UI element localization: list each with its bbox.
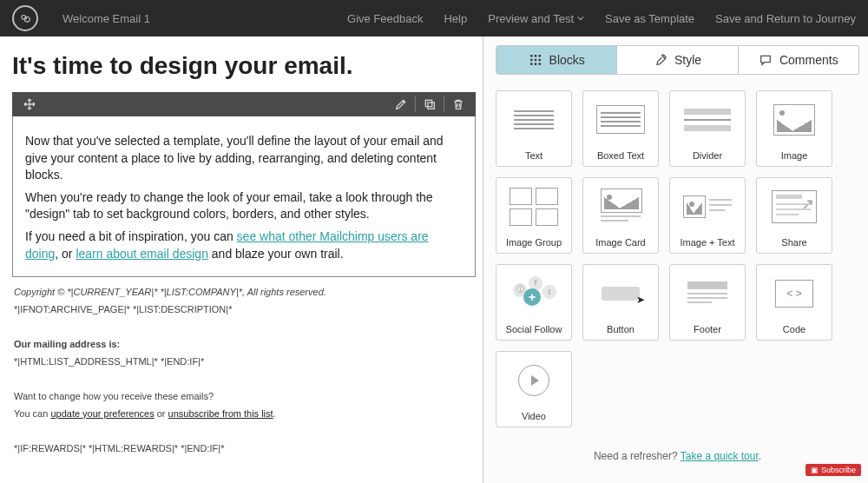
topbar-left: Welcome Email 1 bbox=[12, 5, 150, 31]
tab-style[interactable]: Style bbox=[616, 46, 737, 74]
blocks-grid: Text Boxed Text Divider Image Image Grou… bbox=[496, 90, 859, 427]
svg-point-2 bbox=[26, 17, 27, 18]
refresher-text: Need a refresher? Take a quick tour. bbox=[496, 450, 859, 462]
text: and blaze your own trail. bbox=[208, 247, 344, 261]
tab-comments-label: Comments bbox=[779, 53, 838, 67]
bell-icon: ▣ bbox=[811, 466, 819, 474]
save-return-link[interactable]: Save and Return to Journey bbox=[715, 12, 856, 25]
svg-point-8 bbox=[530, 59, 533, 62]
tab-blocks[interactable]: Blocks bbox=[496, 46, 616, 74]
block-label: Image Group bbox=[506, 235, 562, 253]
block-image-group[interactable]: Image Group bbox=[496, 177, 572, 254]
subscribe-badge[interactable]: ▣ Subscribe bbox=[806, 464, 861, 476]
topbar: Welcome Email 1 Give Feedback Help Previ… bbox=[0, 0, 868, 36]
panel-tabs: Blocks Style Comments bbox=[496, 45, 859, 75]
svg-point-5 bbox=[530, 55, 533, 57]
block-video[interactable]: Video bbox=[496, 351, 572, 427]
share-icon: ↗ bbox=[757, 178, 832, 235]
footer-block[interactable]: Copyright © *|CURRENT_YEAR|* *|LIST:COMP… bbox=[12, 277, 476, 464]
help-link[interactable]: Help bbox=[444, 12, 467, 25]
button-icon: ➤ bbox=[583, 265, 658, 321]
mailchimp-logo[interactable] bbox=[12, 5, 38, 31]
block-text[interactable]: Text bbox=[496, 90, 572, 167]
social-follow-icon: ⓘft+ bbox=[496, 265, 571, 321]
image-text-icon bbox=[670, 178, 745, 235]
block-button[interactable]: ➤ Button bbox=[582, 264, 659, 341]
block-label: Image bbox=[781, 148, 808, 166]
main: It's time to design your email. bbox=[0, 36, 868, 483]
block-label: Divider bbox=[693, 148, 722, 166]
selected-text-block[interactable]: Now that you've selected a template, you… bbox=[12, 92, 476, 277]
paragraph-2: When you're ready to change the look of … bbox=[25, 189, 463, 223]
preview-test-menu[interactable]: Preview and Test bbox=[488, 12, 584, 25]
text: You can bbox=[14, 408, 50, 419]
quick-tour-link[interactable]: Take a quick tour bbox=[681, 450, 759, 462]
text-icon bbox=[496, 91, 571, 148]
comment-icon bbox=[759, 53, 773, 67]
tab-blocks-label: Blocks bbox=[549, 53, 585, 67]
block-toolbar bbox=[12, 92, 476, 116]
change-prefs-line: Want to change how you receive these ema… bbox=[14, 390, 474, 404]
block-code[interactable]: < > Code bbox=[756, 264, 832, 341]
address-merge: *|HTML:LIST_ADDRESS_HTML|* *|END:IF|* bbox=[14, 355, 474, 369]
copyright-line: Copyright © *|CURRENT_YEAR|* *|LIST:COMP… bbox=[14, 286, 474, 300]
block-social-follow[interactable]: ⓘft+ Social Follow bbox=[496, 264, 572, 341]
unsubscribe-link[interactable]: unsubscribe from this list bbox=[168, 408, 273, 419]
block-label: Image + Text bbox=[680, 235, 734, 253]
duplicate-button[interactable] bbox=[418, 92, 442, 116]
update-preferences-link[interactable]: update your preferences bbox=[50, 408, 154, 419]
text: If you need a bit of inspiration, you ca… bbox=[25, 229, 237, 243]
chevron-down-icon bbox=[577, 15, 584, 22]
svg-point-7 bbox=[538, 55, 541, 57]
sidebar-panel: Blocks Style Comments Text Boxed Text bbox=[483, 36, 868, 483]
text: . bbox=[273, 408, 276, 419]
address-label: Our mailing address is: bbox=[14, 338, 474, 352]
boxed-text-icon bbox=[583, 91, 658, 148]
text: , or bbox=[55, 247, 76, 261]
tab-style-label: Style bbox=[674, 53, 701, 67]
block-boxed-text[interactable]: Boxed Text bbox=[582, 90, 659, 167]
block-divider[interactable]: Divider bbox=[669, 90, 746, 167]
email-canvas: It's time to design your email. bbox=[0, 36, 483, 483]
edit-button[interactable] bbox=[389, 92, 413, 116]
text: or bbox=[155, 408, 168, 419]
block-label: Share bbox=[781, 235, 806, 253]
video-icon bbox=[496, 352, 571, 408]
tab-comments[interactable]: Comments bbox=[738, 46, 858, 74]
footer-icon bbox=[670, 265, 745, 321]
block-footer[interactable]: Footer bbox=[669, 264, 746, 341]
text: Need a refresher? bbox=[594, 450, 681, 462]
separator bbox=[444, 96, 444, 112]
svg-point-13 bbox=[538, 63, 541, 65]
campaign-title[interactable]: Welcome Email 1 bbox=[62, 12, 150, 25]
block-image-text[interactable]: Image + Text bbox=[669, 177, 746, 254]
svg-rect-3 bbox=[425, 100, 431, 106]
block-label: Boxed Text bbox=[597, 148, 644, 166]
block-label: Code bbox=[783, 321, 806, 340]
block-content[interactable]: Now that you've selected a template, you… bbox=[25, 102, 463, 262]
email-heading[interactable]: It's time to design your email. bbox=[12, 52, 476, 80]
block-label: Footer bbox=[694, 321, 721, 340]
delete-button[interactable] bbox=[446, 92, 470, 116]
svg-point-6 bbox=[534, 55, 536, 57]
image-group-icon bbox=[496, 178, 571, 235]
subscribe-label: Subscribe bbox=[821, 466, 856, 474]
image-card-icon bbox=[583, 178, 658, 235]
topbar-right: Give Feedback Help Preview and Test Save… bbox=[347, 12, 856, 25]
save-template-link[interactable]: Save as Template bbox=[605, 12, 694, 25]
divider-icon bbox=[670, 91, 745, 148]
give-feedback-link[interactable]: Give Feedback bbox=[347, 12, 423, 25]
block-share[interactable]: ↗ Share bbox=[756, 177, 832, 254]
grid-icon bbox=[529, 53, 542, 67]
block-label: Button bbox=[607, 321, 635, 340]
preview-test-label: Preview and Test bbox=[488, 12, 574, 25]
link-email-design[interactable]: learn about email design bbox=[76, 247, 208, 261]
paragraph-1: Now that you've selected a template, you… bbox=[25, 133, 463, 184]
paintbrush-icon bbox=[654, 53, 667, 67]
code-icon: < > bbox=[757, 265, 832, 321]
svg-point-10 bbox=[538, 59, 541, 62]
move-handle[interactable] bbox=[17, 92, 42, 116]
svg-point-11 bbox=[530, 63, 533, 65]
block-image-card[interactable]: Image Card bbox=[582, 177, 659, 254]
block-image[interactable]: Image bbox=[756, 90, 832, 167]
